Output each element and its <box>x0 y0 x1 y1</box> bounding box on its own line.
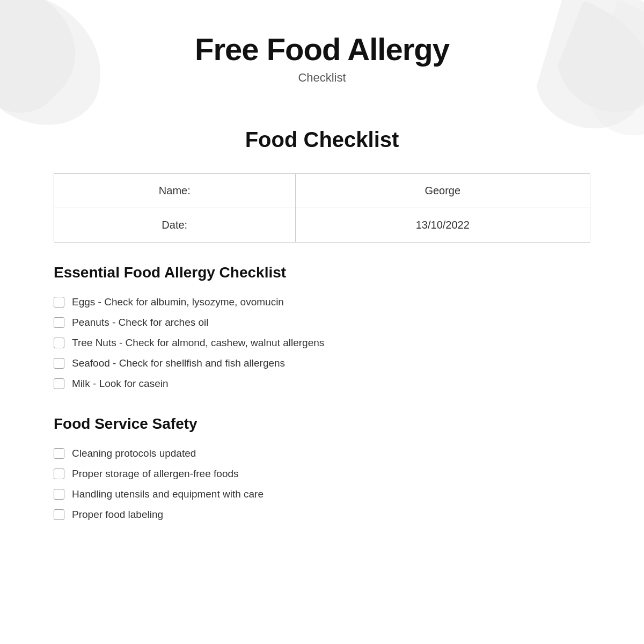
checkbox[interactable] <box>54 489 64 500</box>
checkbox[interactable] <box>54 448 64 459</box>
checkbox[interactable] <box>54 338 64 348</box>
list-item: Handling utensils and equipment with car… <box>54 484 590 504</box>
date-label: Date: <box>54 208 296 242</box>
item-text: Seafood - Check for shellfish and fish a… <box>72 357 285 369</box>
safety-checklist: Cleaning protocols updated Proper storag… <box>54 443 590 525</box>
checkbox[interactable] <box>54 358 64 369</box>
main-title: Free Food Allergy <box>54 32 590 67</box>
name-label: Name: <box>54 173 296 208</box>
item-text: Proper storage of allergen-free foods <box>72 468 239 480</box>
item-text: Peanuts - Check for arches oil <box>72 317 209 328</box>
list-item: Eggs - Check for albumin, lysozyme, ovom… <box>54 292 590 312</box>
item-text: Handling utensils and equipment with car… <box>72 488 264 500</box>
list-item: Cleaning protocols updated <box>54 443 590 464</box>
list-item: Proper food labeling <box>54 504 590 525</box>
item-text: Milk - Look for casein <box>72 378 169 390</box>
table-row: Date: 13/10/2022 <box>54 208 590 242</box>
list-item: Tree Nuts - Check for almond, cashew, wa… <box>54 333 590 353</box>
checkbox[interactable] <box>54 297 64 308</box>
list-item: Proper storage of allergen-free foods <box>54 464 590 484</box>
table-row: Name: George <box>54 173 590 208</box>
item-text: Tree Nuts - Check for almond, cashew, wa… <box>72 337 324 349</box>
essential-checklist: Eggs - Check for albumin, lysozyme, ovom… <box>54 292 590 394</box>
checkbox[interactable] <box>54 378 64 389</box>
list-item: Peanuts - Check for arches oil <box>54 312 590 333</box>
item-text: Proper food labeling <box>72 509 163 521</box>
main-content: Free Food Allergy Checklist Food Checkli… <box>0 0 644 525</box>
info-table: Name: George Date: 13/10/2022 <box>54 173 590 243</box>
food-checklist-title: Food Checklist <box>54 128 590 152</box>
list-item: Seafood - Check for shellfish and fish a… <box>54 353 590 374</box>
item-text: Eggs - Check for albumin, lysozyme, ovom… <box>72 296 284 308</box>
checkbox[interactable] <box>54 469 64 479</box>
date-value: 13/10/2022 <box>295 208 590 242</box>
subtitle: Checklist <box>54 71 590 85</box>
page-wrapper: Free Food Allergy Checklist Food Checkli… <box>0 0 644 644</box>
item-text: Cleaning protocols updated <box>72 448 196 459</box>
header-section: Free Food Allergy Checklist <box>54 0 590 96</box>
checkbox[interactable] <box>54 317 64 328</box>
list-item: Milk - Look for casein <box>54 374 590 394</box>
essential-section-title: Essential Food Allergy Checklist <box>54 264 590 281</box>
safety-section-title: Food Service Safety <box>54 415 590 433</box>
name-value: George <box>295 173 590 208</box>
checkbox[interactable] <box>54 509 64 520</box>
